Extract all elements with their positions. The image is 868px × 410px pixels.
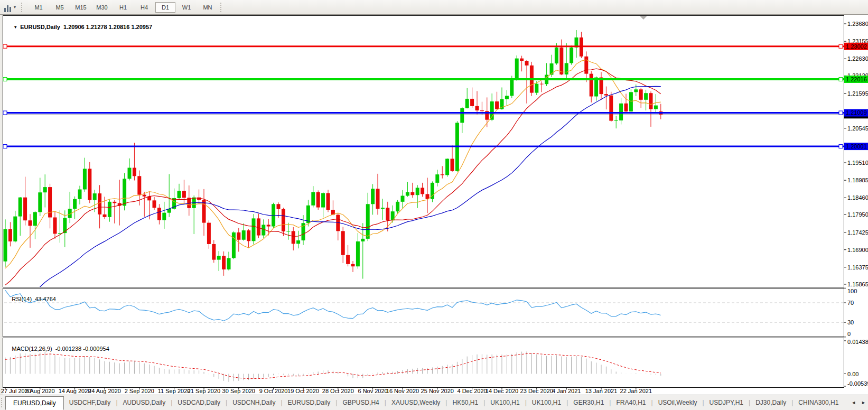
chart-symbol-label: EURUSD,Daily	[20, 24, 60, 30]
date-axis: 27 Jul 20205 Aug 202014 Aug 202024 Aug 2…	[1, 388, 652, 395]
chart-tab-EURUSD-Daily[interactable]: EURUSD,Daily	[283, 396, 336, 409]
chart-tab-GER30-H1[interactable]: GER30,H1	[568, 396, 609, 409]
svg-text:0.014384: 0.014384	[847, 339, 868, 345]
svg-text:1.22016: 1.22016	[846, 76, 867, 82]
macd-indicator-label: MACD(12,26,9)-0.001238 -0.000954	[5, 339, 109, 358]
chart-tab-USDJPY-H1[interactable]: USDJPY,H1	[704, 396, 749, 409]
hline-handle-right[interactable]	[839, 145, 843, 148]
chart-tab-USOil-Weekly[interactable]: USOil,Weekly	[653, 396, 703, 409]
chart-title: ▼EURUSD,Daily1.20906 1.21278 1.20816 1.2…	[7, 17, 152, 36]
svg-text:11 Sep 2020: 11 Sep 2020	[158, 388, 191, 394]
chart-tab-FRA40-H1[interactable]: FRA40,H1	[611, 396, 651, 409]
macd-panel	[3, 338, 844, 388]
price-axis: 1.236801.231551.226301.221201.215951.205…	[844, 21, 868, 287]
chart-tab-USDCHF-Daily[interactable]: USDCHF,Daily	[64, 396, 116, 409]
svg-text:13 Jan 2021: 13 Jan 2021	[585, 388, 618, 394]
window-left-edge	[0, 15, 3, 395]
main-chart-panel	[3, 16, 844, 287]
svg-text:0.00: 0.00	[847, 371, 858, 377]
svg-text:-0.005396: -0.005396	[847, 380, 868, 387]
macd-axis: 0.0143840.00-0.005396	[844, 339, 868, 387]
hline-handle-right[interactable]	[839, 77, 843, 81]
svg-text:5 Aug 2020: 5 Aug 2020	[25, 388, 55, 394]
svg-text:70: 70	[847, 300, 854, 306]
tab-scroll-left-icon[interactable]: ◄	[851, 400, 856, 405]
tab-scroll-arrows: ◄ ►	[846, 395, 866, 410]
svg-text:1.19510: 1.19510	[847, 160, 868, 166]
chart-menu-triangle-icon[interactable]: ▼	[13, 25, 17, 30]
hline-handle-right[interactable]	[839, 111, 843, 115]
svg-text:0: 0	[847, 331, 851, 337]
chart-tab-GBPUSD-H4[interactable]: GBPUSD,H4	[337, 396, 384, 409]
svg-text:1.21009: 1.21009	[846, 109, 867, 116]
svg-text:1.15865: 1.15865	[847, 281, 868, 287]
svg-text:16 Nov 2020: 16 Nov 2020	[386, 388, 419, 394]
rsi-indicator-label: RSI(14)43.4764	[5, 290, 56, 309]
chart-tab-EURUSD-Daily[interactable]: EURUSD,Daily	[5, 396, 64, 410]
svg-text:28 Oct 2020: 28 Oct 2020	[322, 388, 354, 394]
svg-text:1.16900: 1.16900	[847, 247, 868, 253]
macd-name: MACD(12,26,9)	[12, 346, 52, 352]
tabbar-grip	[1, 398, 5, 407]
svg-text:1.22630: 1.22630	[847, 55, 868, 62]
svg-text:1.23680: 1.23680	[847, 21, 868, 27]
svg-text:25 Nov 2020: 25 Nov 2020	[421, 388, 454, 394]
svg-text:1.17950: 1.17950	[847, 211, 868, 218]
chart-tab-USDCNH-Daily[interactable]: USDCNH,Daily	[227, 396, 281, 409]
svg-text:1.21595: 1.21595	[847, 90, 868, 97]
hline-handle-left[interactable]	[3, 145, 7, 148]
chart-canvas: 1.236801.231551.226301.221201.215951.205…	[0, 0, 868, 410]
macd-values: -0.001238 -0.000954	[55, 346, 109, 352]
hline-price-label-1.20001: 1.20001	[844, 143, 868, 150]
svg-text:21 Sep 2020: 21 Sep 2020	[188, 388, 220, 394]
chart-tab-USDCAD-Daily[interactable]: USDCAD,Daily	[172, 396, 226, 409]
chart-tab-AUDUSD-Daily[interactable]: AUDUSD,Daily	[118, 396, 171, 409]
hline-handle-left[interactable]	[3, 111, 7, 115]
chart-tab-CHINA300-H1[interactable]: CHINA300,H1	[793, 396, 843, 409]
chart-tab-UK100-H1[interactable]: UK100,H1	[527, 396, 566, 409]
svg-text:24 Aug 2020: 24 Aug 2020	[88, 388, 121, 394]
svg-text:1.23002: 1.23002	[846, 43, 867, 50]
svg-text:14 Dec 2020: 14 Dec 2020	[486, 388, 518, 394]
hline-price-label-1.21009: 1.21009	[844, 109, 868, 116]
tab-scroll-right-icon[interactable]: ►	[861, 400, 866, 405]
hline-price-label-1.22016: 1.22016	[844, 76, 868, 83]
mt4-chart-window: ▾ M1M5M15M30H1H4D1W1MN 1.236801.231551.2…	[0, 0, 868, 410]
rsi-axis: 10070300	[844, 288, 857, 337]
svg-text:100: 100	[847, 288, 857, 294]
chart-tab-HK50-H1[interactable]: HK50,H1	[447, 396, 483, 409]
svg-text:19 Oct 2020: 19 Oct 2020	[287, 388, 319, 394]
svg-text:14 Aug 2020: 14 Aug 2020	[59, 388, 91, 394]
svg-text:30: 30	[847, 319, 854, 325]
svg-text:4 Dec 2020: 4 Dec 2020	[457, 388, 487, 394]
svg-text:1.18985: 1.18985	[847, 177, 868, 183]
svg-text:23 Dec 2020: 23 Dec 2020	[520, 388, 553, 394]
rsi-name: RSI(14)	[12, 296, 32, 302]
chart-tab-bar: EURUSD,DailyUSDCHF,Daily|AUDUSD,Daily|US…	[0, 395, 868, 410]
hline-handle-left[interactable]	[3, 44, 7, 48]
chart-tab-UK100-H1[interactable]: UK100,H1	[485, 396, 525, 409]
hline-price-label-1.23002: 1.23002	[844, 43, 868, 50]
svg-text:22 Jan 2021: 22 Jan 2021	[620, 388, 652, 394]
svg-text:1.18460: 1.18460	[847, 194, 868, 201]
tab-strip: EURUSD,DailyUSDCHF,Daily|AUDUSD,Daily|US…	[5, 395, 843, 410]
svg-text:1.17425: 1.17425	[847, 229, 868, 236]
svg-text:30 Sep 2020: 30 Sep 2020	[222, 388, 255, 394]
svg-text:9 Oct 2020: 9 Oct 2020	[259, 388, 288, 394]
chart-tab-XAUUSD-Weekly[interactable]: XAUUSD,Weekly	[386, 396, 445, 409]
svg-text:1.20001: 1.20001	[846, 143, 867, 150]
svg-text:1.20545: 1.20545	[847, 125, 868, 132]
svg-text:6 Nov 2020: 6 Nov 2020	[358, 388, 387, 394]
chart-tab-DJ30-Daily[interactable]: DJ30,Daily	[750, 396, 791, 409]
rsi-value: 43.4764	[35, 296, 56, 302]
hline-handle-left[interactable]	[3, 77, 7, 81]
hline-handle-right[interactable]	[839, 44, 843, 48]
svg-text:2 Sep 2020: 2 Sep 2020	[125, 388, 154, 394]
chart-ohlc-values: 1.20906 1.21278 1.20816 1.20957	[63, 24, 152, 30]
rsi-panel	[3, 288, 844, 337]
svg-text:4 Jan 2021: 4 Jan 2021	[552, 388, 581, 394]
svg-text:1.16375: 1.16375	[847, 264, 868, 271]
